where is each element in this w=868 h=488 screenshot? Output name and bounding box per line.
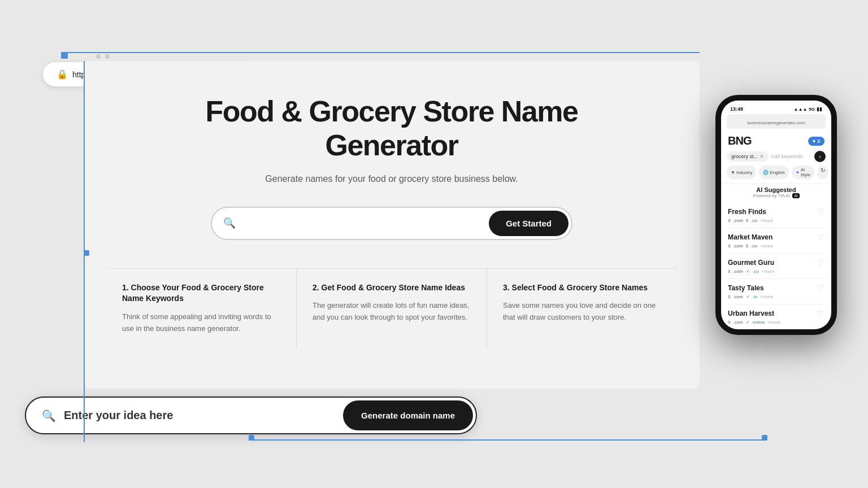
domain-dollar2-fresh: $ [746,218,748,223]
selection-handle-mid-left [84,250,89,256]
phone-signal: ▲▲▲ [794,107,808,112]
selection-line-vertical-left [84,250,85,442]
domain-dollar-fresh: $ [728,218,730,223]
phone-filter-ai[interactable]: ✦ AI Style [792,165,815,179]
phone-url-bar: businessnamegenerator.com [727,114,826,129]
step-1-card: 1. Choose Your Food & Grocery Store Name… [106,269,297,348]
heart-icon-tasty[interactable]: ♡ [817,284,824,293]
name-title-fresh: Fresh Finds [728,208,766,216]
selection-line-bottom [249,439,763,441]
name-item-fresh-finds: Fresh Finds ♡ $ .com $ .co +more [728,203,824,228]
phone-screen: 13:48 ▲▲▲ 5G ▮▮ businessnamegenerator.co… [721,101,831,329]
browser-dot-1 [96,54,101,59]
main-search-bar[interactable]: 🔍 Get Started [211,207,572,240]
name-header-maven: Market Maven ♡ [728,233,824,242]
phone-url: businessnamegenerator.com [747,120,805,125]
bottom-search-bar[interactable]: 🔍 Enter your idea here Generate domain n… [25,396,477,434]
domains-maven: $ .com $ .co +more [728,243,824,249]
phone-app-header: BNG ♥ 3 [721,131,831,151]
name-title-tasty: Tasty Tales [728,284,764,292]
name-item-gourmet-guru: Gourmet Guru ♡ $ .com ✓ .co +more [728,254,824,279]
step-3-desc: Save some names you love and decide on o… [503,300,661,324]
bottom-search-icon: 🔍 [42,409,56,422]
step-1-desc: Think of some appealing and inviting wor… [122,311,280,335]
phone-logo: BNG [728,134,751,147]
site-subtitle: Generate names for your food or grocery … [106,174,677,184]
heart-icon-maven[interactable]: ♡ [817,233,824,242]
step-2-card: 2. Get Food & Grocery Store Name Ideas T… [297,269,487,348]
phone-status-bar: 13:48 ▲▲▲ 5G ▮▮ [721,101,831,114]
phone-status-icons: ▲▲▲ 5G ▮▮ [794,106,822,112]
browser-dots [96,54,110,59]
domain-com-fresh: .com [733,218,743,223]
phone-filter-english[interactable]: 🌐 English [759,165,788,179]
ai-suggested-label: AI Suggested [728,186,824,193]
phone-network: 5G [809,107,815,112]
search-icon: 🔍 [223,217,236,229]
bottom-search-input-area[interactable]: 🔍 Enter your idea here [26,399,340,433]
bottom-search-placeholder[interactable]: Enter your idea here [64,409,173,422]
heart-icon-guru[interactable]: ♡ [817,258,824,267]
chip-close-icon: ✕ [760,154,764,159]
lock-icon: 🔒 [57,69,68,80]
phone-battery: ▮▮ [817,106,822,112]
selection-line-top [61,52,700,53]
domain-more-fresh: +more [760,218,773,223]
domains-tasty: $ .com ✓ .io +more [728,294,824,299]
globe-icon: 🌐 [763,170,769,175]
name-item-urban-harvest: Urban Harvest ♡ $ .com ✓ online +more [728,304,824,329]
phone-search-row: grocery st... ✕ Add keywords › [721,151,831,165]
phone-search-button[interactable]: › [814,151,826,162]
name-title-urban: Urban Harvest [728,310,774,317]
name-header-tasty: Tasty Tales ♡ [728,284,824,293]
name-title-guru: Gourmet Guru [728,259,774,267]
filter-label-industry: Industry [736,170,752,175]
ai-powered-label: Powered by TIA AI AI [728,193,824,198]
name-header-guru: Gourmet Guru ♡ [728,258,824,267]
heading-line-1: Food & Grocery Store Name [206,95,578,128]
keyword-text: grocery st... [731,154,758,159]
name-item-tasty-tales: Tasty Tales ♡ $ .com ✓ .io +more [728,279,824,304]
filter-label-ai: AI Style [801,167,811,177]
selection-handle-bottom-right [762,435,767,441]
name-header-fresh: Fresh Finds ♡ [728,207,824,216]
generate-button[interactable]: Generate domain name [343,400,473,430]
steps-container: 1. Choose Your Food & Grocery Store Name… [106,268,677,348]
step-3-title: 3. Select Food & Grocery Store Names [503,282,661,294]
phone-heart-badge: ♥ 3 [808,137,824,146]
phone-time: 13:48 [730,106,743,112]
domains-fresh: $ .com $ .co +more [728,218,824,223]
step-2-title: 2. Get Food & Grocery Store Name Ideas [313,282,471,294]
phone-keyword-chip[interactable]: grocery st... ✕ [727,151,769,162]
phone-search-arrow-icon: › [819,154,821,160]
step-2-desc: The generator will create lots of fun na… [313,300,471,324]
ai-suggested-section: AI Suggested Powered by TIA AI AI [721,184,831,203]
heart-icon-fresh[interactable]: ♡ [817,207,824,216]
filter-label-english: English [770,170,784,175]
heart-icon: ♥ [813,138,815,144]
phone-add-keywords[interactable]: Add keywords [771,154,803,159]
name-title-maven: Market Maven [728,233,772,241]
phone-filter-industry[interactable]: ▼ Industry [727,165,756,179]
phone-filter-row: ▼ Industry 🌐 English ✦ AI Style ↻ [721,165,831,184]
filter-icon: ▼ [731,170,735,175]
get-started-button[interactable]: Get Started [489,211,568,236]
domains-guru: $ .com ✓ .co +more [728,269,824,274]
ai-icon: ✦ [796,170,800,175]
browser-dot-2 [105,54,110,59]
domains-urban: $ .com ✓ online +more [728,320,824,325]
phone-name-list: Fresh Finds ♡ $ .com $ .co +more Market … [721,203,831,329]
step-3-card: 3. Select Food & Grocery Store Names Sav… [487,269,677,348]
phone-mockup: 13:48 ▲▲▲ 5G ▮▮ businessnamegenerator.co… [715,95,837,335]
heart-count: 3 [817,138,820,144]
browser-content: Food & Grocery Store Name Generator Gene… [84,61,700,389]
search-input-wrapper[interactable]: 🔍 [212,208,486,239]
name-header-urban: Urban Harvest ♡ [728,309,824,318]
heading-line-2: Generator [325,129,458,162]
domain-co-fresh: .co [751,218,757,223]
step-1-title: 1. Choose Your Food & Grocery Store Name… [122,282,280,304]
tia-badge: AI [792,193,800,198]
heart-icon-urban[interactable]: ♡ [817,309,824,318]
phone-refresh-button[interactable]: ↻ [817,165,828,179]
name-item-market-maven: Market Maven ♡ $ .com $ .co +more [728,228,824,254]
